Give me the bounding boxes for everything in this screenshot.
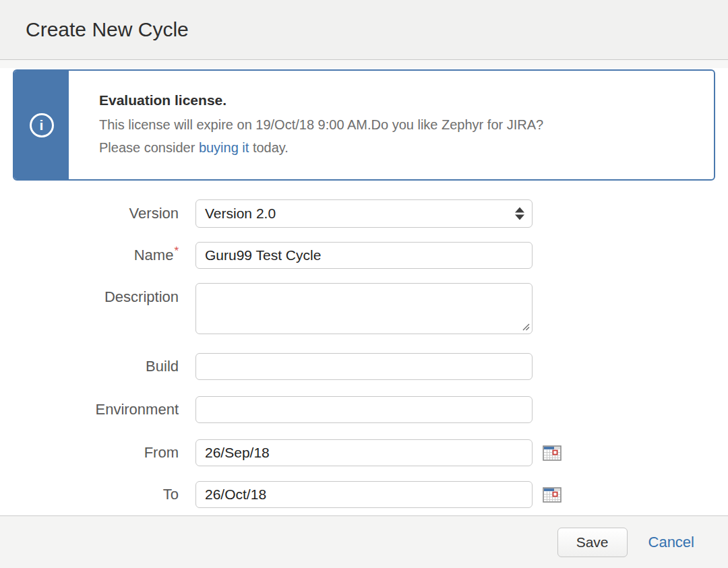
from-row: From <box>0 439 728 466</box>
name-label: Name* <box>0 247 179 264</box>
name-input[interactable] <box>195 242 533 269</box>
to-row: To <box>0 481 728 508</box>
required-asterisk: * <box>174 245 179 257</box>
select-arrows-icon <box>515 208 524 220</box>
banner-title: Evaluation license. <box>99 92 543 109</box>
header-divider <box>0 60 728 68</box>
banner-message-line2-suffix: today. <box>249 140 289 155</box>
description-row: Description <box>0 283 728 334</box>
banner-icon-strip: i <box>14 71 69 179</box>
info-icon: i <box>30 113 54 137</box>
environment-row: Environment <box>0 396 728 423</box>
build-label: Build <box>0 358 179 375</box>
name-row: Name* <box>0 242 728 269</box>
create-new-cycle-dialog: Create New Cycle i Evaluation license. T… <box>0 0 728 568</box>
save-button[interactable]: Save <box>557 528 628 557</box>
dialog-title: Create New Cycle <box>26 18 189 41</box>
build-input[interactable] <box>195 353 533 380</box>
calendar-icon <box>543 487 562 503</box>
calendar-icon <box>543 445 562 461</box>
banner-content: Evaluation license. This license will ex… <box>69 71 557 179</box>
version-select-value: Version 2.0 <box>205 206 523 222</box>
version-row: Version Version 2.0 <box>0 199 728 228</box>
from-label: From <box>0 444 179 462</box>
textarea-resize-handle-icon[interactable] <box>521 322 530 331</box>
description-label: Description <box>0 283 179 306</box>
from-date-input[interactable] <box>195 439 533 466</box>
to-calendar-button[interactable] <box>543 487 562 503</box>
to-date-input[interactable] <box>195 481 533 508</box>
version-label: Version <box>0 205 179 222</box>
version-select[interactable]: Version 2.0 <box>195 199 533 228</box>
dialog-header: Create New Cycle <box>0 0 728 60</box>
description-textarea-wrap <box>195 283 533 334</box>
environment-label: Environment <box>0 401 179 418</box>
description-textarea[interactable] <box>195 283 533 334</box>
banner-message-line2-prefix: Please consider <box>99 140 199 155</box>
banner-message-line2: Please consider buying it today. <box>99 136 543 159</box>
to-label: To <box>0 486 179 503</box>
build-row: Build <box>0 353 728 380</box>
from-calendar-button[interactable] <box>543 445 562 461</box>
evaluation-license-banner: i Evaluation license. This license will … <box>13 69 715 181</box>
cancel-link[interactable]: Cancel <box>648 534 694 551</box>
cycle-form: Version Version 2.0 Name* Description <box>0 181 728 508</box>
banner-message-line1: This license will expire on 19/Oct/18 9:… <box>99 113 543 136</box>
buying-it-link[interactable]: buying it <box>199 140 249 155</box>
dialog-footer: Save Cancel <box>0 515 728 568</box>
environment-input[interactable] <box>195 396 533 423</box>
